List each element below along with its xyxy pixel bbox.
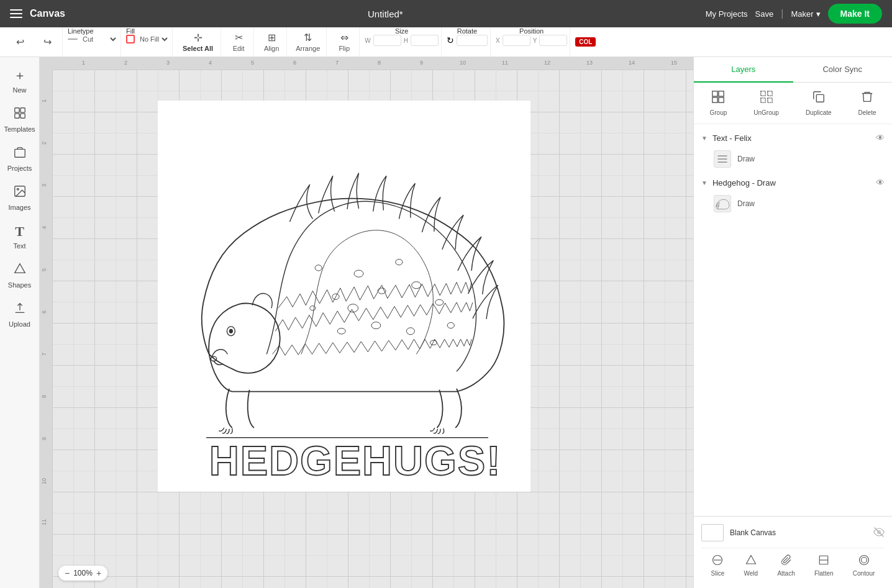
col-group: COL [573,27,598,57]
svg-rect-27 [719,91,724,96]
weld-tool[interactable]: Weld [739,552,763,579]
ruler-tick-3: 3 [166,60,170,66]
svg-point-15 [447,322,454,328]
svg-marker-40 [746,556,755,564]
templates-icon [13,106,27,123]
svg-rect-33 [767,98,771,102]
zoom-out-button[interactable]: − [65,568,70,578]
hedgehog-svg: HEDGEHUGS! [161,107,534,498]
tab-layers[interactable]: Layers [694,57,793,83]
sidebar-item-shapes[interactable]: Shapes [2,257,37,294]
linetype-group: Linetype Cut Draw Score Engrave [65,27,121,57]
toolbar: ↩ ↪ Linetype Cut Draw Score Engrave Fill… [0,27,892,57]
blank-canvas-label: Blank Canvas [730,528,867,537]
rotate-group: Rotate ↻ [444,27,491,57]
svg-point-13 [412,282,421,289]
eye-icon-text-felix[interactable]: 👁 [876,133,885,143]
rotate-input[interactable] [457,35,488,46]
ruler-tick-11: 11 [502,60,508,66]
layer-group-hedgehog-header[interactable]: ▼ Hedgehog - Draw 👁 [694,174,892,191]
undo-button[interactable]: ↩ [7,34,32,50]
hamburger-menu[interactable] [10,9,22,18]
group-icon [711,90,725,107]
svg-rect-26 [712,91,717,96]
arrange-group: ⇅ Arrange [289,27,327,57]
bottom-tools: Slice Weld Attach [701,548,885,583]
svg-point-11 [315,265,322,271]
top-bar-right: My Projects Save | Maker ▾ Make It [706,4,882,24]
zoom-in-button[interactable]: + [96,568,101,578]
ungroup-tool[interactable]: UnGroup [749,88,784,119]
select-all-button[interactable]: ⊹ Select All [178,29,218,55]
layer-group-hedgehog: ▼ Hedgehog - Draw 👁 Draw [694,174,892,216]
attach-tool[interactable]: Attach [772,552,799,579]
arrange-button[interactable]: ⇅ Arrange [292,29,324,55]
y-label: Y [533,37,537,44]
undo-icon: ↩ [16,36,24,48]
blank-canvas-eye-icon[interactable] [873,527,885,540]
y-input[interactable] [539,35,567,46]
tab-color-sync[interactable]: Color Sync [793,57,893,82]
align-button[interactable]: ⊞ Align [259,29,284,55]
ruler-tick-v1: 1 [41,99,47,102]
height-input[interactable] [411,35,439,46]
ruler-tick-14: 14 [629,60,635,66]
projects-icon [13,145,27,162]
main-area: ＋ New Templates Projects [0,57,892,588]
sidebar-item-text[interactable]: T Text [2,219,37,255]
contour-tool[interactable]: Contour [848,552,880,579]
sidebar-item-projects[interactable]: Projects [2,140,37,177]
delete-tool[interactable]: Delete [853,88,881,119]
width-input[interactable] [373,35,401,46]
redo-button[interactable]: ↪ [35,34,60,50]
svg-rect-4 [14,149,25,157]
chevron-icon: ▼ [701,135,708,142]
sidebar-item-images[interactable]: Images [2,179,37,216]
flip-button[interactable]: ⇔ Flip [332,29,357,55]
fill-select[interactable]: No Fill Fill [137,35,170,43]
layer-group-text-felix-header[interactable]: ▼ Text - Felix 👁 [694,129,892,147]
new-icon: ＋ [14,67,26,84]
layer-name-draw-1: Draw [737,155,885,163]
save-button[interactable]: Save [755,9,774,19]
ruler-tick-10: 10 [460,60,466,66]
ruler-tick-13: 13 [586,60,593,66]
position-group: Position X Y [493,27,570,57]
slice-icon [712,554,723,568]
sidebar-item-templates[interactable]: Templates [2,101,37,138]
delete-icon [860,90,874,107]
shapes-icon [13,262,27,279]
svg-rect-1 [20,108,24,112]
chevron-down-icon: ▾ [816,9,821,19]
svg-point-43 [859,556,868,565]
sidebar-item-upload[interactable]: Upload [2,296,37,333]
duplicate-tool[interactable]: Duplicate [801,88,837,119]
linetype-select[interactable]: Cut Draw Score Engrave [80,35,118,43]
ruler-tick-2: 2 [124,60,127,66]
svg-point-20 [310,306,316,310]
redo-icon: ↪ [43,36,52,48]
my-projects-button[interactable]: My Projects [706,9,748,19]
ruler-corner [40,57,52,70]
maker-button[interactable]: Maker ▾ [791,9,820,19]
group-tool[interactable]: Group [705,88,732,119]
panel-tabs: Layers Color Sync [694,57,892,83]
svg-rect-31 [767,91,771,96]
make-it-button[interactable]: Make It [828,4,882,24]
flatten-tool[interactable]: Flatten [809,552,839,579]
svg-point-17 [337,328,345,334]
canvas-content: HEDGEHUGS! [52,70,693,588]
blank-canvas-row: Blank Canvas [701,522,885,544]
eye-icon-hedgehog[interactable]: 👁 [876,178,885,188]
ruler-tick-v5: 5 [41,268,47,271]
duplicate-icon [812,90,826,107]
slice-tool[interactable]: Slice [706,552,730,579]
x-input[interactable] [503,35,530,46]
edit-button[interactable]: ✂ Edit [226,29,251,55]
attach-icon [781,554,792,568]
sidebar-item-new[interactable]: ＋ New [2,62,37,99]
layer-thumb-hedgehog [714,195,731,212]
svg-rect-32 [760,98,765,102]
ruler-tick-v9: 9 [41,437,47,440]
ruler-tick-1: 1 [82,60,85,66]
